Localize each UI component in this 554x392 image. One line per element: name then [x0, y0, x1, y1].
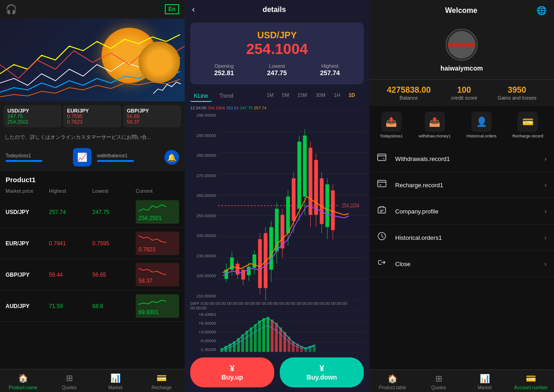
chart-time: 12:24:00 [190, 106, 206, 110]
quick-actions: 📤 Todaysloss1 📤 withdraw.money1 👤 Histor… [369, 106, 554, 144]
gains-label: Gains and losses [498, 95, 536, 101]
diff-bar: DIFF 0:00 00:00:00 00:00:00 00:00:00 00:… [185, 300, 369, 311]
hero-banner [0, 18, 185, 101]
kline-tab[interactable]: KLine [190, 91, 212, 102]
table-row[interactable]: AUD/JPY 71.59 68.8 69.9301 [0, 291, 185, 322]
time-15m[interactable]: 15M [294, 91, 310, 99]
en-badge[interactable]: En [165, 4, 179, 14]
ticker-name: EUR/JPY [67, 108, 117, 113]
balance-label: Balance [387, 95, 431, 101]
ticker-val1: 56.65 [127, 113, 177, 119]
nav-label: Recharge [151, 385, 171, 390]
menu-text: Close [395, 261, 544, 267]
trend-tab[interactable]: Trend [216, 91, 237, 102]
menu-list: Withdrawals.record1 › Recharge.record1 ›… [369, 144, 554, 369]
chart-icon: 📊 [110, 373, 120, 383]
opening-value: 252.81 [214, 69, 234, 77]
credit-item: 100 credit score [451, 85, 477, 101]
credit-label: credit score [451, 95, 477, 101]
historical-icon: 👤 [471, 112, 492, 132]
menu-recharge[interactable]: Recharge.record1 › [369, 172, 554, 198]
welcome-title: Welcome [386, 6, 536, 15]
price-card: USD/JPY 254.1004 Opening 252.81 Lowest 2… [190, 23, 364, 84]
time-1h[interactable]: 1H [331, 91, 343, 99]
nav-label: Account.number [514, 385, 548, 390]
y-axis: 298.45000 290.00000 280.00000 270.00000 … [187, 111, 218, 300]
time-1m[interactable]: 1M [264, 91, 277, 99]
action-todaysloss[interactable]: 📤 Todaysloss1 [380, 112, 403, 138]
nav-product[interactable]: 🏠 Product.name [0, 373, 46, 390]
stats-row: Todaysloss1 📈 walletbalance1 🔔 [0, 143, 185, 171]
col-current: Current [136, 188, 179, 194]
nav-label: Quotes [62, 385, 77, 390]
table-row[interactable]: EUR/JPY 0.7941 0.7595 0.7823 [0, 228, 185, 259]
chart-icon[interactable]: 📈 [73, 148, 91, 166]
time-30m[interactable]: 30M [312, 91, 328, 99]
highest-price: 0.7941 [49, 240, 92, 247]
action-withdraw[interactable]: 📤 withdraw.money1 [419, 112, 451, 138]
buy-sell-row: ¥ Buy.up ¥ Buy.down [185, 353, 369, 392]
menu-text: Company.profile [395, 208, 544, 215]
back-arrow-icon[interactable]: ‹ [192, 5, 195, 14]
p3-nav-market[interactable]: 📊 Market [462, 374, 508, 390]
p3-nav-quotes[interactable]: ⊞ Quotes [416, 374, 462, 390]
buy-label: Buy.up [222, 374, 243, 381]
menu-withdrawals[interactable]: Withdrawals.record1 › [369, 146, 554, 172]
svg-rect-65 [254, 324, 257, 352]
highest-price: 71.59 [49, 303, 92, 309]
table-row[interactable]: USD/JPY 257.74 247.75 254.2501 [0, 196, 185, 228]
svg-rect-51 [331, 190, 335, 230]
svg-rect-21 [247, 267, 251, 275]
menu-company[interactable]: Company.profile › [369, 198, 554, 225]
walletbalance-stat: walletbalance1 [97, 153, 159, 162]
price-pair: USD/JPY [198, 30, 356, 41]
nav-recharge[interactable]: 💳 Recharge [138, 373, 185, 390]
grid-icon: ⊞ [435, 374, 442, 384]
svg-rect-43 [308, 148, 312, 214]
ticker-gbpjpy[interactable]: GBP/JPY 56.65 59.37 [123, 105, 181, 127]
svg-rect-39 [297, 142, 301, 208]
buy-symbol: ¥ [230, 364, 235, 374]
chart-price1: 254.1004 [208, 106, 225, 110]
action-historical[interactable]: 👤 Historical.orders [467, 112, 497, 138]
panel-trading: 🎧 En USD/JPY 247.75 254.2501 EUR/JPY 0.7… [0, 0, 185, 392]
panel3-header: Welcome 🌐 [369, 0, 554, 21]
ticker-val1: 0.7595 [67, 113, 117, 119]
volume-chart [218, 311, 367, 353]
globe-icon[interactable]: 🌐 [536, 6, 547, 16]
withdraw-icon: 📤 [425, 112, 445, 132]
credit-value: 100 [451, 85, 477, 95]
time-5m[interactable]: 5M [279, 91, 292, 99]
chart-icon: 📊 [480, 374, 490, 384]
sell-symbol: ¥ [319, 364, 324, 374]
nav-market[interactable]: 📊 Market [92, 373, 138, 390]
panel-details: ‹ details USD/JPY 254.1004 Opening 252.8… [185, 0, 369, 392]
buy-button[interactable]: ¥ Buy.up [190, 357, 274, 387]
historical-orders-icon [377, 231, 390, 244]
table-row[interactable]: GBP/JPY 59.44 56.65 58.37 [0, 259, 185, 291]
svg-rect-17 [235, 264, 239, 275]
p3-nav-product[interactable]: 🏠 Product.table [369, 374, 416, 390]
todaysloss-bar [6, 160, 42, 162]
gains-item: 3950 Gains and losses [498, 85, 536, 101]
action-recharge[interactable]: 💳 Recharge.record [512, 112, 543, 138]
sell-button[interactable]: ¥ Buy.down [280, 357, 364, 387]
svg-rect-45 [314, 160, 318, 215]
bell-icon[interactable]: 🔔 [164, 150, 179, 165]
highest-price: 257.74 [49, 209, 92, 215]
headphone-icon[interactable]: 🎧 [6, 4, 17, 15]
nav-quotes[interactable]: ⊞ Quotes [46, 373, 92, 390]
menu-close[interactable]: Close › [369, 251, 554, 277]
svg-rect-69 [271, 320, 273, 352]
ticker-usdjpy[interactable]: USD/JPY 247.75 254.2501 [4, 105, 61, 127]
svg-rect-64 [250, 327, 253, 352]
ticker-eurjpy[interactable]: EUR/JPY 0.7595 0.7623 [63, 105, 121, 127]
time-1d[interactable]: 1D [345, 91, 358, 99]
svg-rect-63 [246, 331, 248, 352]
product-section: Product1 [0, 171, 185, 185]
current-price-cell: 58.37 [136, 263, 179, 286]
current-val: 58.37 [138, 278, 152, 284]
wallet-bar [97, 160, 134, 162]
menu-historical-orders[interactable]: Historical.orders1 › [369, 225, 554, 251]
p3-nav-account[interactable]: 💳 Account.number [508, 374, 554, 390]
